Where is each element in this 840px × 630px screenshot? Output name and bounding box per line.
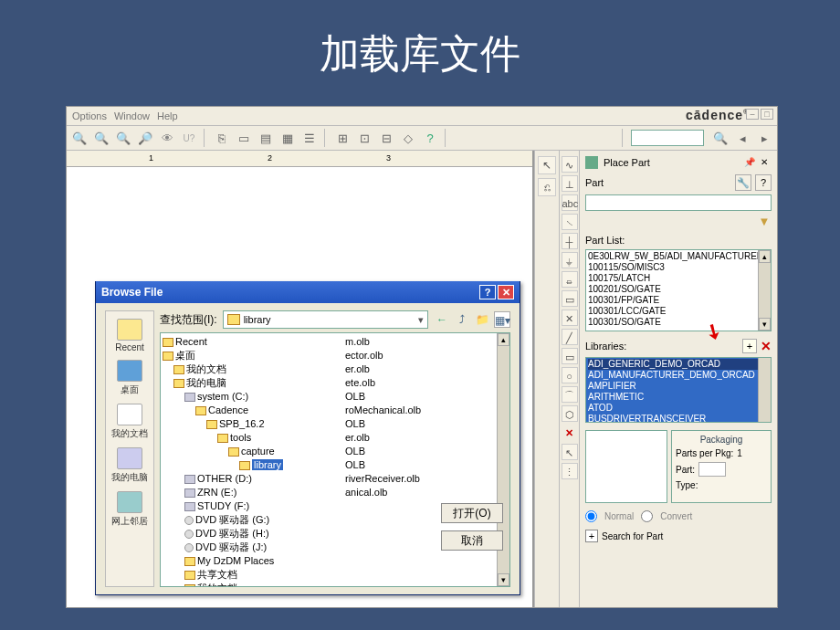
add-library-button[interactable]: +	[742, 339, 757, 353]
up-icon[interactable]: ⤴	[454, 311, 470, 328]
tree-item-selected[interactable]: library	[252, 459, 283, 470]
rect-icon[interactable]: ▭	[562, 348, 578, 364]
part-list-item[interactable]: 100115/SO/MISC3	[588, 262, 769, 273]
part-list-item[interactable]: 100301/FP/GATE	[588, 295, 769, 306]
tree-item[interactable]: DVD 驱动器 (H:)	[195, 528, 269, 539]
part-list-item[interactable]: 0E30LRW_5W_B5/ADI_MANUFACTURER_	[588, 251, 769, 262]
expand-search-button[interactable]: +	[585, 530, 598, 542]
file-item[interactable]: er.olb	[345, 362, 506, 376]
views-icon[interactable]: ▦▾	[494, 311, 510, 328]
file-item[interactable]: OLB	[345, 390, 506, 404]
tree-item[interactable]: system (C:)	[197, 391, 248, 402]
maximize-button[interactable]: □	[761, 109, 773, 120]
library-item[interactable]: ADI_MANUFACTURER_DEMO_ORCAD	[588, 370, 769, 381]
tree-item[interactable]: STUDY (F:)	[197, 500, 249, 511]
dialog-close-button[interactable]: ✕	[498, 285, 514, 299]
tree-item[interactable]: Cadence	[208, 404, 248, 415]
tree-item[interactable]: 我的电脑	[186, 377, 226, 388]
look-in-combo[interactable]: library ▾	[223, 310, 428, 329]
places-mycomputer[interactable]: 我的电脑	[111, 447, 148, 484]
part-help-btn[interactable]: ?	[755, 174, 772, 191]
help-icon[interactable]: ?	[421, 129, 439, 147]
menu-window[interactable]: Window	[114, 110, 150, 121]
libraries-list[interactable]: ADI_GENERIC_DEMO_ORCAD ADI_MANUFACTURER_…	[585, 357, 772, 423]
folder-tree[interactable]: Recent 桌面 我的文档 我的电脑 system (C:) Cadence …	[161, 333, 341, 586]
delete-icon[interactable]: ✕	[562, 425, 578, 441]
open-button[interactable]: 打开(O)	[441, 503, 503, 523]
noconnect-icon[interactable]: ✕	[562, 310, 578, 326]
part-list-item[interactable]: 100201/SO/GATE	[588, 284, 769, 295]
file-item[interactable]: anical.olb	[345, 486, 506, 499]
tree-item[interactable]: OTHER (D:)	[197, 473, 252, 484]
scroll-down-icon[interactable]: ▾	[759, 318, 771, 331]
file-item[interactable]: er.olb	[345, 431, 506, 445]
part-list-item[interactable]: 100175/LATCH	[588, 273, 769, 284]
remove-library-button[interactable]: ✕	[761, 339, 772, 353]
file-item[interactable]: riverReceiver.olb	[345, 472, 506, 486]
binoculars-icon[interactable]: 🔍	[711, 129, 730, 147]
view-icon[interactable]: 👁	[158, 129, 176, 147]
back-icon[interactable]: ←	[434, 311, 450, 328]
menu-options[interactable]: Options	[72, 110, 107, 121]
file-item[interactable]: OLB	[345, 417, 506, 431]
tool-icon[interactable]: ⊡	[355, 129, 373, 147]
places-recent[interactable]: Recent	[115, 319, 144, 352]
nav-left-icon[interactable]: ◂	[733, 129, 751, 147]
zoom-region-icon[interactable]: 🔎	[136, 129, 154, 147]
convert-radio[interactable]	[641, 510, 653, 522]
tree-item[interactable]: My DzDM Places	[197, 555, 274, 566]
arc-icon[interactable]: ⌒	[562, 386, 578, 403]
bus-icon[interactable]: ⟍	[562, 214, 578, 230]
nav-right-icon[interactable]: ▸	[755, 129, 773, 147]
scroll-up-icon[interactable]: ▴	[759, 250, 771, 263]
file-item[interactable]: ete.olb	[345, 376, 506, 390]
pin-icon[interactable]: 📌	[744, 157, 755, 168]
tool-icon[interactable]: ◇	[399, 129, 417, 147]
file-item[interactable]: m.olb	[345, 335, 506, 349]
new-folder-icon[interactable]: 📁	[474, 311, 490, 328]
scroll-up-icon[interactable]: ▴	[498, 333, 509, 346]
tree-item[interactable]: DVD 驱动器 (J:)	[195, 541, 267, 552]
zoom-out-icon[interactable]: 🔍	[92, 129, 110, 147]
line-icon[interactable]: ╱	[562, 329, 578, 345]
power-icon[interactable]: ⏚	[562, 252, 578, 268]
circle-icon[interactable]: ○	[562, 367, 578, 383]
normal-radio[interactable]	[585, 510, 597, 522]
cancel-button[interactable]: 取消	[441, 530, 503, 551]
file-item[interactable]: roMechanical.olb	[345, 404, 506, 417]
file-item[interactable]: OLB	[345, 458, 506, 472]
part-list-scrollbar[interactable]: ▴ ▾	[758, 250, 771, 331]
tree-item[interactable]: DVD 驱动器 (G:)	[195, 514, 269, 525]
junction-icon[interactable]: ┼	[562, 233, 578, 249]
tree-item[interactable]: capture	[241, 446, 275, 457]
libraries-scrollbar[interactable]	[758, 358, 771, 422]
tool-icon[interactable]: ⊟	[377, 129, 395, 147]
part-list-item[interactable]: 100301/SO/GATE	[588, 317, 769, 328]
filter-icon[interactable]: ▼	[757, 215, 772, 229]
library-item[interactable]: AMPLIFIER	[588, 381, 769, 392]
places-desktop[interactable]: 桌面	[117, 360, 142, 396]
misc-icon[interactable]: ⋮	[562, 463, 578, 479]
tree-item[interactable]: 我的文档	[197, 583, 237, 587]
tree-item[interactable]: ZRN (E:)	[197, 487, 236, 498]
wire-icon[interactable]: ∿	[562, 156, 578, 173]
zoom-icon[interactable]: 🔍	[70, 129, 89, 147]
dropdown-icon[interactable]: ▾	[418, 314, 424, 326]
poly-icon[interactable]: ⬡	[562, 405, 578, 422]
dialog-help-button[interactable]: ?	[479, 285, 496, 299]
tool-icon[interactable]: ▤	[257, 129, 275, 147]
tool-icon[interactable]: ⊞	[333, 129, 352, 147]
library-item[interactable]: ATOD	[588, 403, 769, 414]
tool-icon[interactable]: ⎘	[213, 129, 231, 147]
text-icon[interactable]: abc	[562, 194, 578, 211]
library-item[interactable]: ARITHMETIC	[588, 392, 769, 403]
part-icon-btn[interactable]: 🔧	[735, 174, 751, 191]
minimize-button[interactable]: –	[746, 109, 759, 120]
part-list-item[interactable]: 100301/LCC/GATE	[588, 306, 769, 317]
scroll-down-icon[interactable]: ▾	[498, 573, 509, 586]
library-item[interactable]: BUSDRIVERTRANSCEIVER	[588, 414, 769, 423]
search-combo[interactable]	[631, 130, 704, 146]
ground-icon[interactable]: ⏛	[562, 271, 578, 288]
cursor-icon[interactable]: ↖	[562, 444, 578, 460]
places-mydoc[interactable]: 我的文档	[111, 404, 148, 440]
